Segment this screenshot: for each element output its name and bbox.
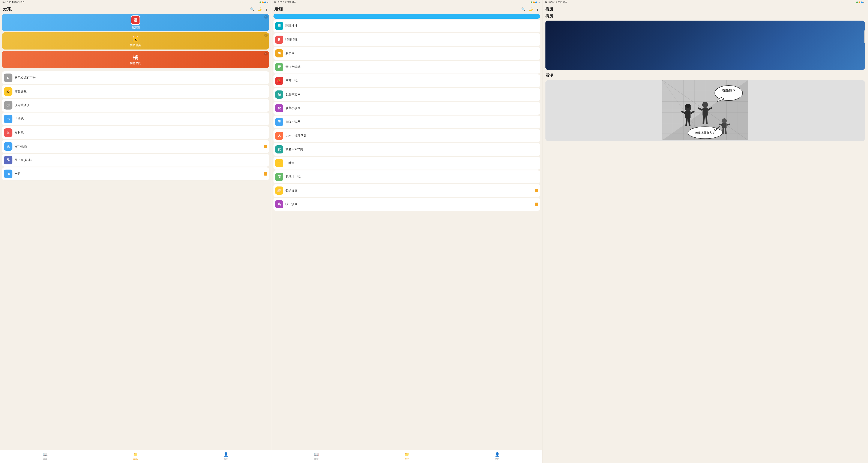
list-row-sanyerou[interactable]: 三 三叶屋 bbox=[274, 157, 540, 169]
list-row-popo[interactable]: 就 就爱POPO网 bbox=[274, 143, 540, 156]
yizha-icon: 一眨 bbox=[4, 169, 12, 178]
tab-mine-icon-1: 👤 bbox=[223, 452, 228, 457]
manga-section-1: 看漫 bbox=[546, 13, 865, 70]
dot-green-2 bbox=[531, 1, 532, 3]
featured-card-manga[interactable]: × 漫 看漫画 bbox=[2, 14, 269, 31]
tab-discover-label-2: 发现 bbox=[405, 457, 409, 460]
maofan-icon: 🐱 bbox=[132, 35, 140, 42]
dot-blue-1 bbox=[264, 1, 266, 3]
dot-orange-3 bbox=[859, 1, 860, 3]
list-row-baozi[interactable]: 🥟 包子漫画 bbox=[274, 184, 540, 197]
featured-cards-1: × 漫 看漫画 × 🐱 猫番耽美 × 橘 橘色书院 bbox=[2, 14, 269, 69]
miaoyu-icon: 喵 bbox=[275, 200, 283, 208]
pinbook-name: 品书阁(繁体) bbox=[14, 158, 267, 162]
list-row-panda[interactable]: 熊 熊猫小说网 bbox=[274, 116, 540, 128]
list-item-yyds[interactable]: 漫 yyds漫画 bbox=[2, 140, 269, 153]
manga-cover-1[interactable] bbox=[546, 21, 865, 70]
liuli-icon: 琉 bbox=[275, 22, 283, 30]
jinjiang-icon: 晋 bbox=[275, 63, 283, 71]
tab-read-label-1: 阅读 bbox=[43, 457, 48, 460]
list-row-fushu[interactable]: 腐 腐书网 bbox=[274, 47, 540, 60]
svg-point-59 bbox=[722, 118, 727, 123]
suoni-name: 索尼资源有广告 bbox=[14, 76, 267, 80]
list-row-qidian[interactable]: 起 起點中文网 bbox=[274, 88, 540, 101]
svg-text:有动静？: 有动静？ bbox=[722, 89, 736, 93]
dot-green-3 bbox=[856, 1, 858, 3]
featured-card-juse[interactable]: × 橘 橘色书院 bbox=[2, 51, 269, 68]
dami-name: 大米小说移动版 bbox=[285, 134, 538, 137]
list-row-jinjiang[interactable]: 晋 晋江文学城 bbox=[274, 61, 540, 73]
status-left-1: 晚上8:56 1月20日 周六 bbox=[3, 1, 25, 4]
manga-cover-bg bbox=[546, 21, 865, 70]
more-icon-1: ··· bbox=[267, 1, 269, 4]
svg-text:难道上面有人？: 难道上面有人？ bbox=[695, 131, 715, 134]
ciyuan-icon: 🐺 bbox=[4, 101, 12, 110]
list-item-suoni[interactable]: S 索尼资源有广告 bbox=[2, 71, 269, 84]
panda-name: 熊猫小说网 bbox=[285, 120, 538, 124]
panel3: 晚上8:56 1月20日 周六 ··· 看漫 看漫 bbox=[542, 0, 868, 463]
list-row-bili[interactable]: B 哔哩哔哩 bbox=[274, 33, 540, 46]
scroll-content-1: × 漫 看漫画 × 🐱 猫番耽美 × 橘 橘色书院 bbox=[0, 14, 271, 450]
list-item-yizha[interactable]: 一眨 一眨 bbox=[2, 167, 269, 180]
list-row-liuli[interactable]: 琉 琉璃神社 bbox=[274, 20, 540, 32]
manga-page[interactable]: 有动静？ 难道上面有人？ bbox=[546, 80, 865, 141]
dami-icon: 大 bbox=[275, 132, 283, 140]
list-item-maofan2[interactable]: 🐱 猫番影视 bbox=[2, 85, 269, 98]
yyds-name: yyds漫画 bbox=[14, 145, 262, 148]
fanqie-icon: 🍅 bbox=[275, 77, 283, 85]
tab-discover-label-1: 发现 bbox=[133, 457, 137, 460]
svg-point-65 bbox=[715, 86, 743, 100]
list-row-fanqie[interactable]: 🍅 番茄小说 bbox=[274, 74, 540, 87]
section-title-1: 看漫 bbox=[546, 13, 865, 19]
svg-line-64 bbox=[725, 128, 726, 134]
manga-icon-inner: 漫 bbox=[131, 16, 140, 24]
tab-mine-1[interactable]: 👤 我的 bbox=[181, 452, 271, 461]
svg-line-58 bbox=[706, 116, 707, 124]
baozi-icon: 🥟 bbox=[275, 186, 283, 195]
list-row-top-partial[interactable] bbox=[274, 14, 540, 19]
search-icon-1[interactable]: 🔍 bbox=[250, 7, 254, 11]
juse-big-text: 橘 bbox=[133, 54, 138, 61]
list-row-dami[interactable]: 大 大米小说移动版 bbox=[274, 129, 540, 142]
search-icon-2[interactable]: 🔍 bbox=[521, 7, 526, 11]
section-title-2: 看漫 bbox=[546, 73, 865, 78]
close-btn-manga[interactable]: × bbox=[264, 15, 268, 19]
list-row-miaoyu[interactable]: 喵 喵上漫画 bbox=[274, 198, 540, 211]
svg-point-53 bbox=[702, 102, 708, 108]
tab-read-icon-1: 📖 bbox=[43, 452, 48, 457]
tab-discover-1[interactable]: 📁 发现 bbox=[90, 452, 181, 461]
tab-bar-1: 📖 阅读 📁 发现 👤 我的 bbox=[0, 450, 271, 463]
close-btn-juse[interactable]: × bbox=[264, 52, 268, 56]
baozi-badge bbox=[535, 189, 538, 192]
close-btn-maofan[interactable]: × bbox=[264, 34, 268, 37]
list-row-danmei[interactable]: 耽 耽美小说网 bbox=[274, 102, 540, 115]
list-item-fuli[interactable]: 福 福利吧 bbox=[2, 126, 269, 139]
tab-discover-2[interactable]: 📁 发现 bbox=[362, 452, 452, 461]
moon-icon-2[interactable]: 🌙 bbox=[528, 7, 533, 11]
list-item-ciyuan[interactable]: 🐺 次元城动漫 bbox=[2, 99, 269, 112]
moon-icon-1[interactable]: 🌙 bbox=[257, 7, 262, 11]
list-section-1: S 索尼资源有广告 🐱 猫番影视 🐺 次元城动漫 bbox=[2, 71, 269, 181]
scrollbar-1[interactable] bbox=[864, 30, 865, 43]
list-row-xincai[interactable]: 新 新稚才小说 bbox=[274, 171, 540, 183]
status-bar-3: 晚上8:56 1月20日 周六 ··· bbox=[542, 0, 868, 5]
manga-label: 看漫画 bbox=[131, 26, 140, 30]
featured-card-maofan[interactable]: × 🐱 猫番耽美 bbox=[2, 32, 269, 50]
tab-read-1[interactable]: 📖 阅读 bbox=[0, 452, 90, 461]
shuge-name: 书棍吧 bbox=[14, 117, 267, 121]
reader-nav: 看漫 bbox=[542, 5, 868, 13]
manga-icon: 漫 bbox=[131, 16, 140, 25]
more-menu-icon-2[interactable]: ⋮ bbox=[536, 7, 539, 11]
tab-read-2[interactable]: 📖 阅读 bbox=[271, 452, 362, 461]
panel2: 晚上8:56 1月20日 周六 ··· 发现 🔍 🌙 ⋮ 琉 琉璃神社 bbox=[271, 0, 542, 463]
tab-mine-label-2: 我的 bbox=[495, 457, 499, 460]
svg-point-52 bbox=[685, 104, 691, 108]
status-day-2: 1月20日 周六 bbox=[283, 1, 296, 4]
more-menu-icon-1[interactable]: ⋮ bbox=[265, 7, 268, 11]
list-item-pinbook[interactable]: 品 品书阁(繁体) bbox=[2, 154, 269, 166]
tab-mine-2[interactable]: 👤 我的 bbox=[452, 452, 542, 461]
manga-section-2: 看漫 bbox=[546, 73, 865, 141]
dot-blue-2 bbox=[535, 1, 537, 3]
list-item-shuge[interactable]: 书 书棍吧 bbox=[2, 113, 269, 125]
danmei-icon: 耽 bbox=[275, 104, 283, 112]
